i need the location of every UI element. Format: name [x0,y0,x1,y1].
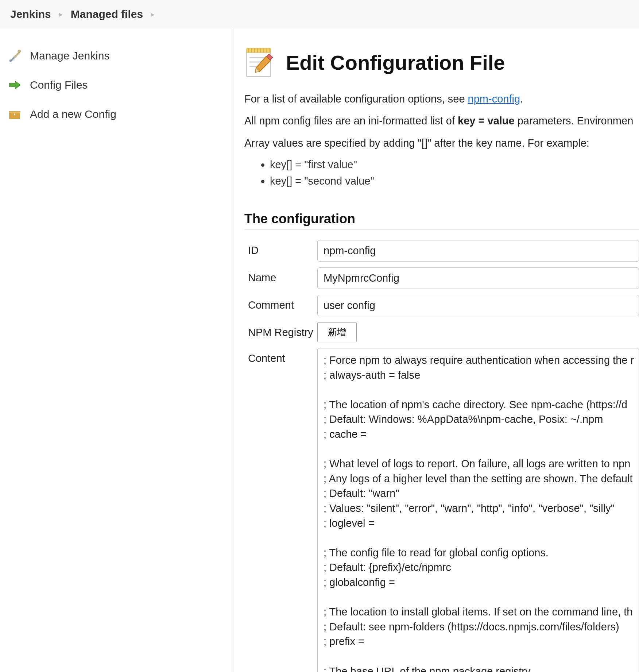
arrow-right-icon [7,78,22,92]
comment-label: Comment [248,295,317,311]
svg-rect-1 [10,60,12,62]
content-textarea[interactable] [317,348,639,672]
example-item: key[] = "second value" [270,173,639,189]
chevron-right-icon: ▸ [59,10,63,19]
breadcrumb: Jenkins ▸ Managed files ▸ [0,0,639,28]
add-registry-button[interactable]: 新增 [317,322,357,342]
comment-input[interactable] [317,295,639,316]
svg-point-0 [18,50,21,53]
intro-prefix: For a list of available configuration op… [244,93,468,105]
content-label: Content [248,348,317,364]
intro-desc: All npm config files are an ini-formatte… [244,112,639,129]
sidebar-item-label: Config Files [30,79,88,91]
main-content: Edit Configuration File For a list of av… [233,28,639,672]
id-input[interactable] [317,240,639,262]
edit-file-icon [244,47,273,78]
config-heading: The configuration [244,211,639,230]
sidebar-item-add-config[interactable]: Add a new Config [7,100,226,129]
desc-part1: All npm config files are an ini-formatte… [244,115,458,127]
desc-bold: key = value [458,115,515,127]
id-label: ID [248,240,317,256]
sidebar-item-label: Add a new Config [30,108,116,120]
box-icon [7,107,22,121]
sidebar: Manage Jenkins Config Files Add a new Co… [0,28,233,672]
sidebar-item-manage-jenkins[interactable]: Manage Jenkins [7,41,226,70]
desc-part2: parameters. Environmen [515,115,634,127]
breadcrumb-section[interactable]: Managed files [71,8,143,20]
intro-suffix: . [520,93,523,105]
intro-desc2: Array values are specified by adding "[]… [244,135,639,151]
breadcrumb-root[interactable]: Jenkins [10,8,51,20]
example-item: key[] = "first value" [270,157,639,173]
npm-config-link[interactable]: npm-config [468,93,520,105]
tools-icon [7,49,22,63]
chevron-right-icon: ▸ [151,10,155,19]
intro-text: For a list of available configuration op… [244,90,639,107]
name-input[interactable] [317,267,639,289]
name-label: Name [248,267,317,284]
sidebar-item-label: Manage Jenkins [30,50,109,62]
sidebar-item-config-files[interactable]: Config Files [7,70,226,100]
page-title: Edit Configuration File [286,51,505,74]
svg-rect-3 [247,48,271,53]
example-list: key[] = "first value" key[] = "second va… [244,157,639,189]
registry-label: NPM Registry [248,322,317,339]
